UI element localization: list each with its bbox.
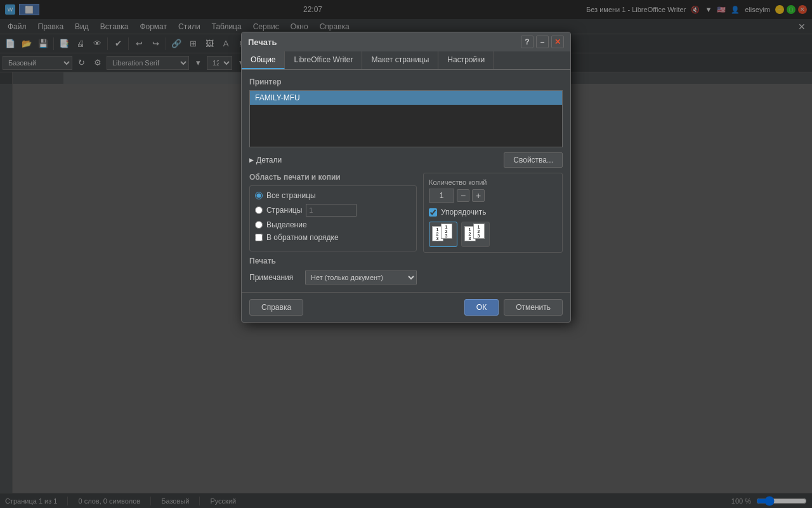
print-range-section: Все страницы Страницы Выделение — [249, 185, 417, 251]
ok-button[interactable]: ОК — [464, 299, 499, 316]
radio-pages[interactable] — [255, 206, 263, 214]
reverse-checkbox-row: В обратном порядке — [255, 233, 411, 242]
collate-unsorted-icon[interactable]: 123 123 — [461, 222, 490, 247]
cancel-button[interactable]: Отменить — [504, 299, 563, 316]
print-dialog: Печать ? – ✕ Общие LibreOffice Writer Ма… — [241, 32, 571, 323]
notes-label: Примечания — [249, 273, 300, 282]
dialog-close-btn[interactable]: ✕ — [551, 36, 564, 48]
radio-selection-label: Выделение — [266, 220, 307, 229]
copies-section: Количество копий − + Упорядочить — [423, 173, 563, 253]
tab-general[interactable]: Общие — [242, 51, 285, 69]
dialog-overlay: Печать ? – ✕ Общие LibreOffice Writer Ма… — [0, 0, 812, 508]
print-section-label: Печать — [249, 257, 417, 265]
dialog-footer-right: ОК Отменить — [464, 299, 563, 316]
details-row: ▶ Детали Свойства... — [249, 152, 563, 168]
notes-row: Примечания Нет (только документ) — [249, 271, 417, 284]
collate-row: Упорядочить — [429, 208, 557, 217]
radio-all-pages-row: Все страницы — [255, 191, 411, 200]
copies-decrement-btn[interactable]: − — [457, 189, 469, 202]
dialog-titlebar: Печать ? – ✕ — [242, 32, 570, 51]
radio-pages-row: Страницы — [255, 204, 411, 217]
dialog-minimize-btn[interactable]: – — [536, 36, 549, 48]
notes-select[interactable]: Нет (только документ) — [305, 271, 417, 284]
collate-sorted-icon[interactable]: 123 123 — [429, 222, 457, 247]
printer-section-label: Принтер — [249, 77, 563, 86]
collate-checkbox[interactable] — [429, 208, 437, 217]
copies-input[interactable] — [429, 189, 454, 203]
print-range-label: Область печати и копии — [249, 173, 417, 182]
print-range-col: Область печати и копии Все страницы Стра… — [249, 173, 417, 284]
printer-list[interactable]: FAMILY-MFU — [249, 90, 563, 147]
collate-icons: 123 123 123 123 — [429, 222, 557, 247]
copies-label: Количество копий — [429, 178, 557, 186]
copies-control: − + — [429, 189, 557, 203]
pages-input[interactable] — [306, 204, 357, 217]
radio-all-pages[interactable] — [255, 192, 263, 199]
properties-button[interactable]: Свойства... — [504, 152, 563, 168]
dialog-help-btn[interactable]: ? — [521, 36, 534, 48]
printer-item-family-mfu[interactable]: FAMILY-MFU — [250, 91, 562, 105]
two-column-layout: Область печати и копии Все страницы Стра… — [249, 173, 563, 284]
radio-selection-row: Выделение — [255, 220, 411, 229]
copies-increment-btn[interactable]: + — [472, 189, 485, 202]
reverse-checkbox[interactable] — [255, 234, 263, 241]
radio-selection[interactable] — [255, 221, 263, 229]
collate-label: Упорядочить — [441, 208, 486, 217]
details-button[interactable]: ▶ Детали — [249, 156, 282, 164]
copies-col: Количество копий − + Упорядочить — [423, 173, 563, 284]
tab-settings[interactable]: Настройки — [438, 51, 494, 69]
reverse-label: В обратном порядке — [266, 233, 339, 242]
help-button[interactable]: Справка — [249, 299, 303, 316]
dialog-title: Печать — [248, 37, 277, 47]
dialog-titlebar-buttons: ? – ✕ — [521, 36, 564, 48]
tab-page-layout[interactable]: Макет страницы — [362, 51, 438, 69]
radio-all-pages-label: Все страницы — [266, 191, 316, 200]
dialog-tabs: Общие LibreOffice Writer Макет страницы … — [242, 51, 570, 70]
tab-lo-writer[interactable]: LibreOffice Writer — [285, 51, 362, 69]
dialog-footer: Справка ОК Отменить — [242, 292, 570, 322]
radio-pages-label: Страницы — [266, 206, 302, 215]
dialog-body: Принтер FAMILY-MFU ▶ Детали Свойства... … — [242, 70, 570, 292]
